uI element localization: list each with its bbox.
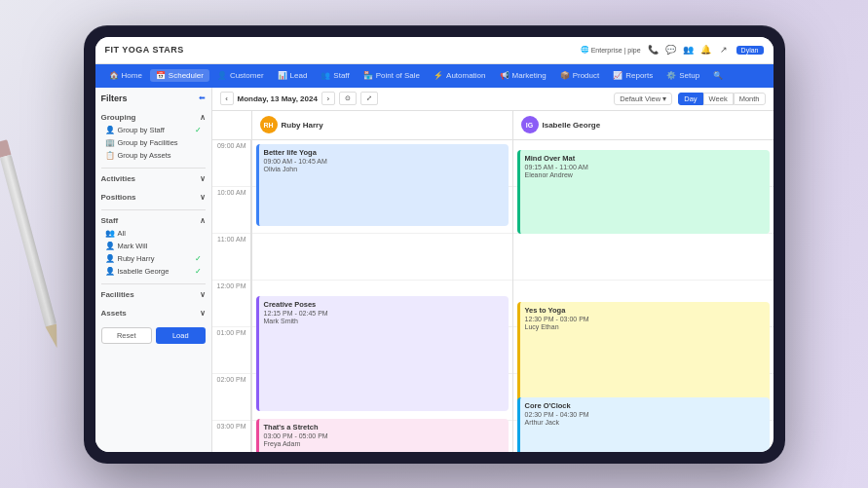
facilities-chevron: ∨ [200,290,206,299]
nav-customer-label: Customer [230,71,264,80]
users-icon[interactable]: 👥 [682,43,696,56]
prev-button[interactable]: ‹ [220,92,234,105]
bell-icon[interactable]: 🔔 [699,43,713,56]
event-title: Yes to Yoga [525,306,765,315]
staff-section-title[interactable]: Staff ∧ [101,214,206,227]
filters-title: Filters [101,94,128,103]
group-by-facilities[interactable]: 🏢 Group by Facilities [101,136,206,149]
staff-col-ruby: RH Ruby Harry [251,111,512,139]
facilities-section: Facilities ∨ [101,288,206,301]
event-person: Freya Adam [264,440,504,447]
person-icon: 👤 [105,126,115,134]
igrid-11 [513,234,774,281]
isabelle-column: Mind Over Mat 09:15 AM - 11:00 AM Eleano… [512,140,774,452]
setup-icon: ⚙️ [666,71,676,80]
nav-lead[interactable]: 📊 Lead [272,69,314,82]
event-mind-over-mat[interactable]: Mind Over Mat 09:15 AM - 11:00 AM Eleano… [517,150,770,234]
default-view-label: Default View [620,94,660,103]
event-title: Mind Over Mat [525,154,765,163]
event-title: That's a Stretch [264,423,504,432]
staff-mark[interactable]: 👤 Mark Will [101,240,206,252]
group-staff-label: Group by Staff [118,126,165,134]
search-icon: 🔍 [713,71,723,80]
nav-reports[interactable]: 📈 Reports [607,69,659,82]
month-view-button[interactable]: Month [734,93,766,105]
calendar-date: Monday, 13 May, 2024 [238,94,318,103]
phone-icon[interactable]: 📞 [647,43,660,56]
nav-home[interactable]: 🏠 Home [103,69,148,82]
staff-col-isabelle: IG Isabelle George [512,111,774,139]
nav-automation-label: Automation [446,71,485,80]
nav-pos[interactable]: 🏪 Point of Sale [358,69,426,82]
timeslot-10am: 10:00 AM [212,187,250,234]
time-column: 09:00 AM 10:00 AM 11:00 AM 12:00 PM 01:0… [212,140,251,452]
event-stretch[interactable]: That's a Stretch 03:00 PM - 05:00 PM Fre… [256,419,509,452]
group-assets-label: Group by Assets [118,151,171,160]
event-creative-poses[interactable]: Creative Poses 12:15 PM - 02:45 PM Mark … [256,296,509,411]
nav-staff[interactable]: 👥 Staff [315,69,355,82]
pipe-label: pipe [627,47,640,54]
event-person: Olivia John [264,166,504,172]
nav-product[interactable]: 📦 Product [554,69,606,82]
nav-setup[interactable]: ⚙️ Setup [660,69,705,82]
share-icon[interactable]: ↗ [717,43,731,56]
calendar-nav: ‹ Monday, 13 May, 2024 › ⊙ ⤢ [220,92,378,105]
marketing-icon: 📢 [500,71,509,80]
week-view-button[interactable]: Week [703,93,734,105]
nav-staff-label: Staff [333,71,349,80]
next-button[interactable]: › [321,92,335,105]
staff-isabelle[interactable]: 👤 Isabelle George ✓ [101,265,206,278]
nav-automation[interactable]: ⚡ Automation [428,69,491,82]
globe-icon: 🌐 [581,46,589,54]
load-button[interactable]: Load [156,327,206,344]
default-view-select[interactable]: Default View ▾ [614,93,672,105]
nav-scheduler[interactable]: 📅 Scheduler [150,69,209,82]
staff-columns: Better life Yoga 09:00 AM - 10:45 AM Oli… [251,140,774,452]
user-label: Dylan [741,47,759,54]
tablet-device: FIT YOGA STARS 🌐 Enterprise | pipe 📞 💬 👥… [84,25,785,464]
app-title: FIT YOGA STARS [105,45,184,55]
check-icon: ✓ [195,126,202,134]
timeslot-2pm: 02:00 PM [212,374,250,421]
customer-icon: 👤 [217,71,227,80]
grouping-title[interactable]: Grouping ∧ [101,111,206,124]
nav-search[interactable]: 🔍 [707,69,729,82]
nav-marketing[interactable]: 📢 Marketing [494,69,552,82]
event-core-oclock[interactable]: Core O'Clock 02:30 PM - 04:30 PM Arthur … [517,397,770,452]
day-view-button[interactable]: Day [678,93,702,105]
reports-icon: 📈 [613,71,623,80]
mark-icon: 👤 [105,242,115,250]
view-buttons: Day Week Month [678,93,765,105]
expand-button[interactable]: ⤢ [360,92,378,105]
assets-title[interactable]: Assets ∨ [101,307,206,319]
today-button[interactable]: ⊙ [339,92,357,105]
ruby-column: Better life Yoga 09:00 AM - 10:45 AM Oli… [251,140,512,452]
nav-marketing-label: Marketing [512,71,547,80]
divider-3 [101,283,206,284]
activities-title[interactable]: Activities ∨ [101,172,206,185]
group-by-staff[interactable]: 👤 Group by Staff ✓ [101,124,206,136]
event-yes-yoga[interactable]: Yes to Yoga 12:30 PM - 03:00 PM Lucy Eth… [517,302,770,413]
positions-title[interactable]: Positions ∨ [101,191,206,204]
reset-button[interactable]: Reset [101,327,153,344]
staff-all[interactable]: 👥 All [101,227,206,240]
collapse-button[interactable]: ⬅ [199,94,206,102]
nav-reports-label: Reports [625,71,653,80]
event-time: 02:30 PM - 04:30 PM [525,411,765,418]
isabelle-header-name: Isabelle George [543,121,601,130]
facilities-title[interactable]: Facilities ∨ [101,288,206,301]
staff-chevron: ∧ [200,216,206,225]
user-badge[interactable]: Dylan [736,46,764,55]
event-better-life-yoga[interactable]: Better life Yoga 09:00 AM - 10:45 AM Oli… [256,144,509,226]
positions-label: Positions [101,193,136,202]
event-title: Core O'Clock [525,401,765,410]
group-by-assets[interactable]: 📋 Group by Assets [101,149,206,162]
enterprise-badge: 🌐 Enterprise | pipe [581,46,641,54]
calendar-area: ‹ Monday, 13 May, 2024 › ⊙ ⤢ Default Vie… [212,88,774,452]
chat-icon[interactable]: 💬 [664,43,678,56]
staff-section: Staff ∧ 👥 All 👤 Mark Will 👤 [101,214,206,278]
top-bar: FIT YOGA STARS 🌐 Enterprise | pipe 📞 💬 👥… [95,37,774,64]
nav-customer[interactable]: 👤 Customer [211,69,270,82]
staff-ruby[interactable]: 👤 Ruby Harry ✓ [101,252,206,265]
stylus-pencil [0,138,65,350]
